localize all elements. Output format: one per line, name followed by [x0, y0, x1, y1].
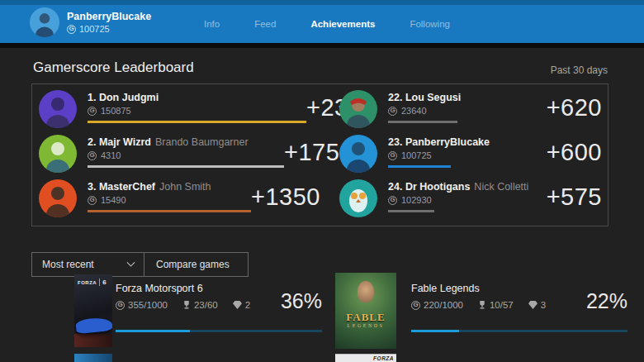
achievements-screen: PanberryBlucake 100725 Info Feed Achieve…: [0, 0, 644, 362]
avatar: [39, 179, 77, 217]
leaderboard-entry-23[interactable]: 23. PanberryBlucake 100725 +600: [339, 135, 602, 176]
entry-info: 2. Majr WizrdBrando Baumgarner 4310: [88, 135, 284, 176]
trophy-icon: [182, 300, 191, 310]
boxart-logo-text: FORZA6: [78, 279, 107, 286]
progress-bar: [411, 330, 627, 332]
progress-bar: [116, 330, 322, 332]
user-profile-block[interactable]: PanberryBlucake 100725: [30, 7, 151, 37]
leaderboard-entry-2[interactable]: 2. Majr WizrdBrando Baumgarner 4310 +175…: [39, 135, 308, 176]
entry-info: 24. Dr HootigansNick Colletti 102930: [388, 179, 528, 221]
user-gamertag: PanberryBlucake: [67, 11, 151, 22]
entry-info: 23. PanberryBlucake 100725: [388, 135, 494, 176]
entry-info: 1. Don Judgmi 150875: [88, 90, 306, 131]
score-underline-bar: [88, 210, 251, 212]
profile-tabs: Info Feed Achievements Following: [204, 5, 450, 43]
avatar: [339, 179, 377, 217]
challenges-stat: 2: [233, 300, 250, 310]
tab-info[interactable]: Info: [204, 19, 220, 29]
rank-label: 24.: [388, 181, 402, 193]
leaderboard-entry-1[interactable]: 1. Don Judgmi 150875 +2300: [39, 90, 308, 131]
achievements-stat: 23/60: [182, 300, 218, 310]
tab-following[interactable]: Following: [410, 19, 450, 29]
gamertag-label: Lou Segusi: [405, 92, 461, 103]
entry-gamerscore-line: 102930: [388, 195, 528, 205]
game-boxart-forza6[interactable]: FORZA6: [74, 274, 112, 347]
avatar: [39, 90, 77, 128]
entry-info: 22. Lou Segusi 23640: [388, 90, 465, 131]
partial-boxart-right[interactable]: FORZA: [335, 354, 396, 362]
score-underline-bar: [388, 121, 457, 123]
entry-name-line: 3. MasterChefJohn Smith: [88, 181, 251, 193]
avatar: [39, 135, 77, 173]
entry-gamerscore-line: 100725: [388, 150, 494, 160]
achievements-stat: 10/57: [478, 300, 514, 310]
entry-info: 3. MasterChefJohn Smith 15490: [88, 179, 251, 221]
gamerscore-value: 100725: [401, 150, 432, 160]
entry-name-line: 23. PanberryBlucake: [388, 136, 494, 148]
gamertag-label: MasterChef: [99, 181, 155, 193]
rank-label: 22.: [388, 92, 402, 103]
rank-label: 3.: [88, 181, 96, 193]
boxart-logo-text: FABLE: [335, 311, 396, 324]
leaderboard-period: Past 30 days: [551, 64, 608, 76]
delta-value: +620: [547, 94, 602, 121]
completion-percent: 36%: [281, 289, 322, 313]
game-boxart-fable[interactable]: FABLE LEGENDS: [335, 273, 396, 349]
gamerscore-icon: [388, 151, 397, 160]
avatar: [339, 90, 377, 128]
score-underline-bar: [388, 165, 451, 168]
gamerscore-icon: [88, 151, 97, 160]
avatar: [339, 135, 377, 173]
gamerscore-icon: [116, 301, 125, 310]
gamertag-label: Dr Hootigans: [405, 181, 470, 193]
completion-percent: 22%: [586, 289, 627, 313]
user-text: PanberryBlucake 100725: [67, 11, 151, 34]
gamerscore-icon: [67, 25, 76, 34]
tab-achievements[interactable]: Achievements: [310, 19, 375, 29]
compare-games-button[interactable]: Compare games: [144, 252, 249, 277]
entry-gamerscore-line: 23640: [388, 106, 465, 116]
delta-value: +575: [547, 183, 602, 211]
sort-dropdown[interactable]: Most recent: [31, 252, 144, 277]
rank-label: 23.: [388, 136, 402, 148]
entry-name-line: 24. Dr HootigansNick Colletti: [388, 181, 528, 193]
leaderboard-entry-3[interactable]: 3. MasterChefJohn Smith 15490 +1350: [39, 179, 308, 221]
entry-name-line: 22. Lou Segusi: [388, 92, 465, 103]
gem-icon: [528, 301, 537, 309]
gamerscore-stat: 355/1000: [116, 300, 168, 310]
rank-label: 2.: [88, 136, 96, 148]
gamerscore-icon: [411, 301, 420, 310]
car-art: [75, 317, 112, 335]
compare-games-label: Compare games: [156, 259, 230, 270]
score-underline-bar: [88, 121, 306, 123]
leaderboard-title: Gamerscore Leaderboard: [33, 60, 194, 76]
gamerscore-value: 4310: [101, 150, 121, 160]
entry-gamerscore-line: 4310: [88, 150, 284, 160]
gamerscore-value: 23640: [401, 106, 427, 116]
gamertag-label: PanberryBlucake: [405, 136, 490, 148]
chevron-down-icon: [127, 258, 135, 266]
boxart-character-art: [358, 281, 374, 302]
topbar-divider: [0, 43, 644, 48]
gem-icon: [233, 301, 242, 309]
user-gamerscore: 100725: [79, 24, 110, 34]
boxart-ground-art: [74, 334, 112, 347]
entry-name-line: 2. Majr WizrdBrando Baumgarner: [88, 136, 284, 148]
score-underline-bar: [388, 210, 434, 212]
leaderboard-entry-24[interactable]: 24. Dr HootigansNick Colletti 102930 +57…: [339, 179, 602, 221]
partial-boxart-left[interactable]: [74, 354, 112, 362]
gamerscore-icon: [88, 196, 97, 205]
leaderboard-entry-22[interactable]: 22. Lou Segusi 23640 +620: [339, 90, 602, 131]
game-row-fable[interactable]: Fable Legends 220/1000 10/57 3 22%: [411, 283, 627, 332]
tab-feed[interactable]: Feed: [254, 19, 276, 29]
gamerscore-icon: [388, 196, 397, 205]
game-row-forza6[interactable]: Forza Motorsport 6 355/1000 23/60 2 36%: [116, 283, 322, 332]
progress-fill: [116, 330, 190, 332]
entry-name-line: 1. Don Judgmi: [88, 92, 306, 103]
gamertag-label: Don Judgmi: [99, 92, 159, 103]
realname-label: Brando Baumgarner: [155, 136, 249, 148]
gamerscore-value: 150875: [101, 106, 131, 116]
trophy-icon: [478, 300, 486, 310]
gamerscore-icon: [88, 107, 97, 116]
gamerscore-value: 102930: [401, 195, 432, 205]
